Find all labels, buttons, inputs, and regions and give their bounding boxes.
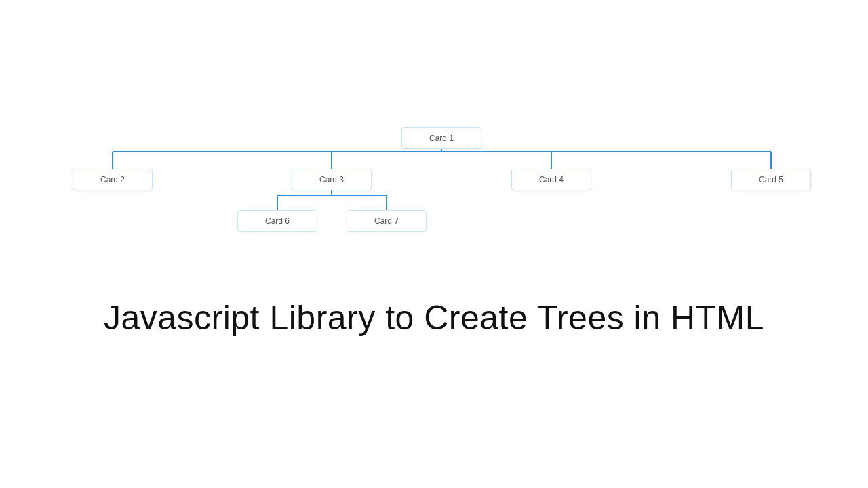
tree-diagram: Card 1 Card 2 Card 3 Card 4 Card 5 Card … (0, 0, 868, 271)
node-label: Card 6 (265, 216, 290, 226)
node-label: Card 2 (100, 175, 125, 184)
node-label: Card 3 (319, 175, 344, 184)
tree-node-card7: Card 7 (347, 210, 427, 232)
tree-node-card6: Card 6 (237, 210, 317, 232)
tree-node-card3: Card 3 (292, 169, 372, 190)
tree-node-card2: Card 2 (73, 169, 153, 190)
node-label: Card 7 (374, 216, 399, 226)
node-label: Card 5 (759, 175, 783, 184)
tree-node-card5: Card 5 (731, 169, 811, 190)
headline: Javascript Library to Create Trees in HT… (0, 298, 868, 338)
node-label: Card 1 (429, 134, 454, 143)
tree-node-card1: Card 1 (401, 127, 481, 149)
tree-node-card4: Card 4 (511, 169, 591, 190)
node-label: Card 4 (539, 175, 564, 184)
